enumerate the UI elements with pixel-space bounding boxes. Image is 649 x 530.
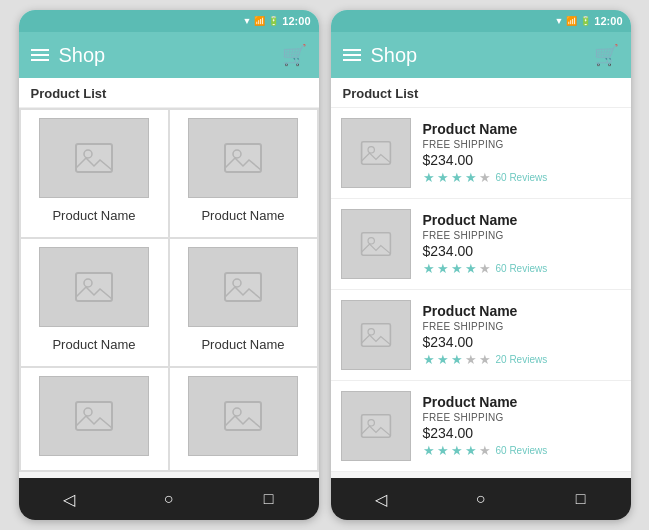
app-title-right: Shop [371,44,584,67]
back-button-right[interactable]: ◁ [361,479,401,519]
star-1-1: ★ [423,170,435,185]
svg-rect-14 [361,233,390,255]
star-1-2: ★ [437,170,449,185]
list-item-1[interactable]: Product Name FREE SHIPPING $234.00 ★ ★ ★… [331,108,631,199]
review-count-3: 20 Reviews [496,354,548,365]
product-label-4: Product Name [201,333,284,358]
menu-icon-left[interactable] [31,49,49,61]
product-image-1 [39,118,149,198]
app-bar-right: Shop 🛒 [331,32,631,78]
svg-rect-2 [225,144,261,172]
star-3-1: ★ [423,352,435,367]
list-content: Product Name FREE SHIPPING $234.00 ★ ★ ★… [331,108,631,478]
wifi-icon-right: 📶 [566,16,577,26]
list-info-1: Product Name FREE SHIPPING $234.00 ★ ★ ★… [423,121,548,185]
list-image-4 [341,391,411,461]
signal-icon-right: ▼ [554,16,563,26]
wifi-icon-left: 📶 [254,16,265,26]
section-header-right: Product List [331,78,631,108]
price-1: $234.00 [423,152,548,168]
product-grid: Product Name Product Name [19,108,319,472]
svg-rect-18 [361,415,390,437]
battery-icon-right: 🔋 [580,16,591,26]
bottom-nav-left: ◁ ○ □ [19,478,319,520]
menu-icon-right[interactable] [343,49,361,61]
right-phone: ▼ 📶 🔋 12:00 Shop 🛒 Product List [331,10,631,520]
stars-3: ★ ★ ★ ★ ★ 20 Reviews [423,352,548,367]
recent-button-right[interactable]: □ [561,479,601,519]
battery-icon-left: 🔋 [268,16,279,26]
grid-item-1[interactable]: Product Name [21,110,168,237]
app-bar-left: Shop 🛒 [19,32,319,78]
cart-icon-left[interactable]: 🛒 [282,43,307,67]
review-count-2: 60 Reviews [496,263,548,274]
star-3-5: ★ [479,352,491,367]
list-info-3: Product Name FREE SHIPPING $234.00 ★ ★ ★… [423,303,548,367]
svg-rect-8 [76,402,112,430]
svg-rect-12 [361,142,390,164]
star-1-3: ★ [451,170,463,185]
review-count-4: 60 Reviews [496,445,548,456]
review-count-1: 60 Reviews [496,172,548,183]
star-2-5: ★ [479,261,491,276]
star-3-2: ★ [437,352,449,367]
price-2: $234.00 [423,243,548,259]
shipping-3: FREE SHIPPING [423,321,548,332]
home-button-left[interactable]: ○ [149,479,189,519]
list-item-2[interactable]: Product Name FREE SHIPPING $234.00 ★ ★ ★… [331,199,631,290]
svg-rect-6 [225,273,261,301]
app-title-left: Shop [59,44,272,67]
svg-rect-0 [76,144,112,172]
status-bar-left: ▼ 📶 🔋 12:00 [19,10,319,32]
product-image-4 [188,247,298,327]
grid-item-3[interactable]: Product Name [21,239,168,366]
shipping-4: FREE SHIPPING [423,412,548,423]
product-label-2: Product Name [201,204,284,229]
grid-item-4[interactable]: Product Name [170,239,317,366]
product-name-2: Product Name [423,212,548,228]
grid-item-5[interactable] [21,368,168,470]
left-phone: ▼ 📶 🔋 12:00 Shop 🛒 Product List [19,10,319,520]
stars-1: ★ ★ ★ ★ ★ 60 Reviews [423,170,548,185]
list-item-3[interactable]: Product Name FREE SHIPPING $234.00 ★ ★ ★… [331,290,631,381]
product-label-3: Product Name [52,333,135,358]
star-2-2: ★ [437,261,449,276]
grid-item-2[interactable]: Product Name [170,110,317,237]
cart-icon-right[interactable]: 🛒 [594,43,619,67]
grid-content: Product Name Product Name [19,108,319,478]
star-1-4: ★ [465,170,477,185]
svg-rect-16 [361,324,390,346]
star-4-4: ★ [465,443,477,458]
status-icons-right: ▼ 📶 🔋 12:00 [554,15,622,27]
section-label-right: Product List [343,86,419,101]
star-4-5: ★ [479,443,491,458]
stars-4: ★ ★ ★ ★ ★ 60 Reviews [423,443,548,458]
star-3-3: ★ [451,352,463,367]
star-4-3: ★ [451,443,463,458]
star-2-3: ★ [451,261,463,276]
list-image-1 [341,118,411,188]
list-image-2 [341,209,411,279]
recent-button-left[interactable]: □ [249,479,289,519]
star-2-4: ★ [465,261,477,276]
home-button-right[interactable]: ○ [461,479,501,519]
price-3: $234.00 [423,334,548,350]
product-image-6 [188,376,298,456]
star-2-1: ★ [423,261,435,276]
product-name-1: Product Name [423,121,548,137]
list-item-4[interactable]: Product Name FREE SHIPPING $234.00 ★ ★ ★… [331,381,631,472]
section-label-left: Product List [31,86,107,101]
signal-icon-left: ▼ [242,16,251,26]
product-name-4: Product Name [423,394,548,410]
status-bar-right: ▼ 📶 🔋 12:00 [331,10,631,32]
product-name-3: Product Name [423,303,548,319]
back-button-left[interactable]: ◁ [49,479,89,519]
star-3-4: ★ [465,352,477,367]
list-info-2: Product Name FREE SHIPPING $234.00 ★ ★ ★… [423,212,548,276]
time-left: 12:00 [282,15,310,27]
svg-rect-4 [76,273,112,301]
bottom-nav-right: ◁ ○ □ [331,478,631,520]
product-label-1: Product Name [52,204,135,229]
grid-item-6[interactable] [170,368,317,470]
product-image-5 [39,376,149,456]
